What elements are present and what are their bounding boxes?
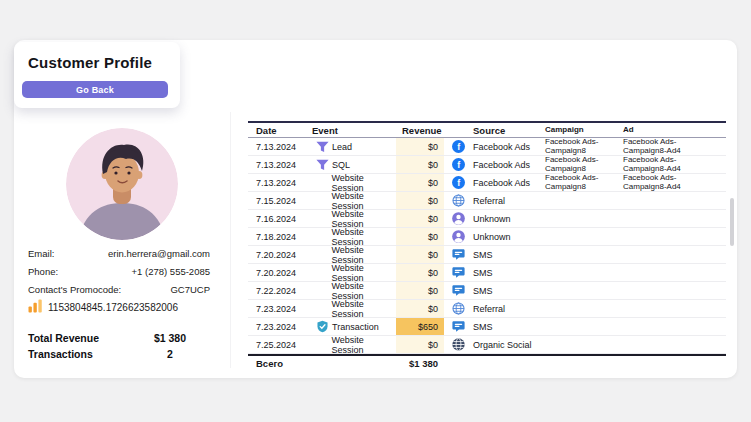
column-header-campaign: Campaign [545, 123, 623, 137]
source-label: Unknown [473, 232, 511, 242]
phone-label: Phone: [28, 266, 58, 277]
cell-ad [623, 192, 726, 209]
cell-event: Website Session [312, 228, 396, 245]
cell-event: Website Session [312, 264, 396, 281]
table-row[interactable]: 7.13.2024 SQL $0 f Facebook Ads Facebook… [248, 156, 726, 174]
cell-source: SMS [444, 264, 545, 281]
page-title: Customer Profile [28, 54, 170, 71]
cell-event: Website Session [312, 336, 396, 353]
sms-icon [451, 266, 465, 279]
cell-campaign [545, 282, 623, 299]
funnel-icon [315, 141, 329, 153]
source-label: Facebook Ads [473, 178, 530, 188]
cell-campaign [545, 210, 623, 227]
total-revenue-value: $1 380 [140, 332, 200, 344]
cell-date: 7.15.2024 [248, 192, 312, 209]
event-label: Lead [332, 142, 352, 152]
column-header-revenue: Revenue [396, 123, 444, 137]
cell-campaign [545, 264, 623, 281]
source-label: Referral [473, 304, 505, 314]
cell-campaign [545, 192, 623, 209]
cell-source: f Facebook Ads [444, 156, 545, 173]
cell-source: SMS [444, 246, 545, 263]
cell-revenue: $0 [396, 228, 444, 245]
cell-date: 7.18.2024 [248, 228, 312, 245]
cell-campaign: Facebook Ads-Campaign8 [545, 156, 623, 173]
cell-campaign: Facebook Ads-Campaign8 [545, 174, 623, 191]
source-label: Organic Social [473, 340, 532, 350]
cell-ad: Facebook Ads-Campaign8-Ad4 [623, 174, 726, 191]
panel-divider [230, 112, 231, 368]
cell-date: 7.23.2024 [248, 300, 312, 317]
cell-source: f Facebook Ads [444, 174, 545, 191]
table-row[interactable]: 7.13.2024 Website Session $0 f Facebook … [248, 174, 726, 192]
totals-section: Total Revenue $1 380 Transactions 2 [28, 330, 218, 362]
cell-ad [623, 300, 726, 317]
event-label: Website Session [332, 299, 397, 319]
transactions-label: Transactions [28, 348, 140, 360]
facebook-icon: f [451, 158, 465, 171]
table-row[interactable]: 7.20.2024 Website Session $0 SMS [248, 264, 726, 282]
avatar [66, 128, 178, 240]
cell-event: Website Session [312, 192, 396, 209]
event-label: Transaction [332, 322, 379, 332]
cell-campaign [545, 246, 623, 263]
cell-source: Referral [444, 192, 545, 209]
cell-source: Unknown [444, 228, 545, 245]
table-row[interactable]: 7.18.2024 Website Session $0 Unknown [248, 228, 726, 246]
cell-event: Transaction [312, 318, 396, 335]
cell-ad [623, 264, 726, 281]
table-row[interactable]: 7.13.2024 Lead $0 f Facebook Ads Faceboo… [248, 138, 726, 156]
table-total-row: Всего $1 380 [248, 354, 726, 370]
phone-row: Phone: +1 (278) 555-2085 [28, 262, 210, 280]
table-row[interactable]: 7.23.2024 Website Session $0 Referral [248, 300, 726, 318]
cell-revenue: $0 [396, 336, 444, 353]
table-row[interactable]: 7.23.2024 Transaction $650 SMS [248, 318, 726, 336]
globe-dark-icon [451, 338, 465, 351]
table-row[interactable]: 7.16.2024 Website Session $0 Unknown [248, 210, 726, 228]
cell-campaign [545, 336, 623, 353]
total-revenue-row: Total Revenue $1 380 [28, 330, 218, 346]
go-back-button[interactable]: Go Back [22, 81, 168, 98]
cell-date: 7.20.2024 [248, 246, 312, 263]
svg-text:f: f [457, 178, 460, 188]
cell-source: f Facebook Ads [444, 138, 545, 155]
person-icon [451, 212, 465, 225]
table-header-row: Date Event Revenue Source Campaign Ad [248, 121, 726, 138]
table-row[interactable]: 7.25.2024 Website Session $0 Organic Soc… [248, 336, 726, 354]
facebook-icon: f [451, 176, 465, 189]
event-label: Website Session [332, 281, 397, 301]
contact-info: Email: erin.herrera@gmail.com Phone: +1 … [28, 244, 210, 316]
event-label: Website Session [332, 173, 397, 193]
table-body: 7.13.2024 Lead $0 f Facebook Ads Faceboo… [248, 138, 726, 354]
table-row[interactable]: 7.15.2024 Website Session $0 Referral [248, 192, 726, 210]
promocode-value: GC7UCP [170, 284, 210, 295]
events-table: Date Event Revenue Source Campaign Ad 7.… [248, 121, 726, 370]
table-scrollbar-thumb[interactable] [730, 198, 734, 246]
sms-icon [451, 284, 465, 297]
cell-revenue: $0 [396, 210, 444, 227]
email-row: Email: erin.herrera@gmail.com [28, 244, 210, 262]
person-avatar-illustration [66, 128, 178, 240]
cell-event: Website Session [312, 210, 396, 227]
funnel-icon [315, 159, 329, 171]
cell-event: Lead [312, 138, 396, 155]
cell-source: Unknown [444, 210, 545, 227]
cell-event: Website Session [312, 174, 396, 191]
cell-ad [623, 210, 726, 227]
cell-ad [623, 318, 726, 335]
cell-date: 7.25.2024 [248, 336, 312, 353]
column-header-source: Source [444, 123, 545, 137]
table-row[interactable]: 7.20.2024 Website Session $0 SMS [248, 246, 726, 264]
cell-revenue: $0 [396, 192, 444, 209]
cell-ad [623, 246, 726, 263]
event-label: Website Session [332, 227, 397, 247]
cell-date: 7.22.2024 [248, 282, 312, 299]
cell-revenue: $0 [396, 282, 444, 299]
cell-source: Referral [444, 300, 545, 317]
transaction-icon [315, 320, 329, 333]
column-header-ad: Ad [623, 123, 726, 137]
source-label: Unknown [473, 214, 511, 224]
table-row[interactable]: 7.22.2024 Website Session $0 SMS [248, 282, 726, 300]
page: { "colors": { "accent": "#736fd6", "reve… [0, 0, 751, 422]
